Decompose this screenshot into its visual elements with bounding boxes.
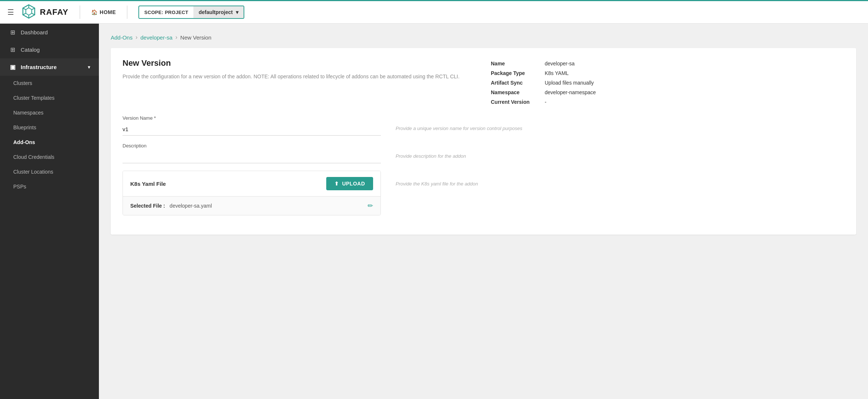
- topnav: ☰ RAFAY 🏠 HOME SCOPE: PROJECT defaultpro…: [0, 0, 868, 24]
- info-label-artifact-sync: Artifact Sync: [491, 80, 539, 86]
- catalog-icon: ⊞: [9, 46, 16, 53]
- sidebar-item-dashboard[interactable]: ⊞ Dashboard: [0, 24, 99, 41]
- svg-marker-1: [26, 8, 32, 15]
- dashboard-icon: ⊞: [9, 29, 16, 36]
- info-value-current-version: -: [545, 99, 547, 105]
- breadcrumb-developer-sa[interactable]: developer-sa: [141, 34, 173, 41]
- info-label-name: Name: [491, 61, 539, 66]
- selected-file-row: Selected File : developer-sa.yaml ✏: [123, 196, 380, 215]
- version-name-input[interactable]: [123, 123, 381, 136]
- breadcrumb-sep-1: ›: [135, 34, 137, 41]
- upload-section-title: K8s Yaml File: [130, 181, 166, 187]
- logo: RAFAY: [21, 4, 69, 20]
- upload-section: K8s Yaml File ⬆ UPLOAD Selected File : d…: [123, 171, 381, 215]
- sidebar-item-cluster-templates[interactable]: Cluster Templates: [0, 91, 99, 105]
- scope-label: SCOPE: PROJECT: [139, 7, 193, 18]
- selected-file-info: Selected File : developer-sa.yaml: [130, 202, 212, 209]
- infrastructure-icon: ▣: [9, 64, 16, 71]
- breadcrumb-sep-2: ›: [175, 34, 177, 41]
- main-content: Add-Ons › developer-sa › New Version New…: [99, 24, 868, 399]
- selected-file-label: Selected File :: [130, 203, 165, 209]
- home-nav[interactable]: 🏠 HOME: [91, 9, 116, 15]
- info-row-name: Name developer-sa: [491, 61, 844, 66]
- chevron-down-icon: ▾: [88, 65, 90, 70]
- info-value-namespace: developer-namespace: [545, 89, 596, 95]
- info-row-namespace: Namespace developer-namespace: [491, 89, 844, 95]
- info-row-package-type: Package Type K8s YAML: [491, 70, 844, 76]
- breadcrumb: Add-Ons › developer-sa › New Version: [111, 34, 856, 41]
- home-icon: 🏠: [91, 9, 98, 15]
- version-name-hint: Provide a unique version name for versio…: [396, 115, 844, 131]
- card-title: New Version: [123, 58, 476, 68]
- upload-col: K8s Yaml File ⬆ UPLOAD Selected File : d…: [123, 171, 381, 224]
- version-name-row: Version Name * Provide a unique version …: [123, 115, 844, 136]
- sidebar: ⊞ Dashboard ⊞ Catalog ▣ Infrastructure ▾…: [0, 24, 99, 399]
- upload-hint: Provide the K8s yaml file for the addon: [396, 171, 844, 187]
- sidebar-item-cluster-locations[interactable]: Cluster Locations: [0, 164, 99, 179]
- sidebar-item-psps[interactable]: PSPs: [0, 179, 99, 194]
- description-row: Description Provide description for the …: [123, 143, 844, 163]
- card-header-left: New Version Provide the configuration fo…: [123, 58, 476, 105]
- upload-button[interactable]: ⬆ UPLOAD: [326, 177, 373, 190]
- info-row-current-version: Current Version -: [491, 99, 844, 105]
- logo-icon: [21, 4, 36, 20]
- upload-row: K8s Yaml File ⬆ UPLOAD Selected File : d…: [123, 171, 844, 224]
- layout: ⊞ Dashboard ⊞ Catalog ▣ Infrastructure ▾…: [0, 24, 868, 399]
- scope-dropdown[interactable]: defaultproject ▾: [193, 6, 244, 18]
- nav-divider-1: [80, 6, 80, 19]
- info-label-current-version: Current Version: [491, 99, 539, 105]
- sidebar-item-clusters[interactable]: Clusters: [0, 76, 99, 91]
- menu-icon[interactable]: ☰: [7, 8, 14, 17]
- info-table: Name developer-sa Package Type K8s YAML …: [491, 58, 844, 105]
- description-hint: Provide description for the addon: [396, 143, 844, 159]
- card-description: Provide the configuration for a new vers…: [123, 72, 476, 81]
- selected-file-name: developer-sa.yaml: [170, 203, 212, 209]
- info-label-namespace: Namespace: [491, 89, 539, 95]
- breadcrumb-addons[interactable]: Add-Ons: [111, 34, 132, 41]
- info-value-name: developer-sa: [545, 61, 575, 66]
- version-name-field: Version Name *: [123, 115, 381, 136]
- info-row-artifact-sync: Artifact Sync Upload files manually: [491, 80, 844, 86]
- card-header-right: Name developer-sa Package Type K8s YAML …: [491, 58, 844, 105]
- sidebar-item-catalog[interactable]: ⊞ Catalog: [0, 41, 99, 58]
- edit-icon[interactable]: ✏: [368, 202, 373, 210]
- description-field: Description: [123, 143, 381, 163]
- chevron-down-icon: ▾: [236, 9, 238, 15]
- logo-text: RAFAY: [40, 7, 69, 17]
- description-input[interactable]: [123, 151, 381, 163]
- upload-header: K8s Yaml File ⬆ UPLOAD: [123, 171, 380, 196]
- main-card: New Version Provide the configuration fo…: [111, 48, 856, 235]
- sidebar-item-cloud-credentials[interactable]: Cloud Credentials: [0, 150, 99, 164]
- version-name-label: Version Name *: [123, 115, 381, 121]
- info-value-package-type: K8s YAML: [545, 70, 569, 76]
- card-header: New Version Provide the configuration fo…: [123, 58, 844, 105]
- scope-project-value: defaultproject: [199, 9, 233, 15]
- description-label: Description: [123, 143, 381, 149]
- sidebar-item-add-ons[interactable]: Add-Ons: [0, 135, 99, 150]
- upload-icon: ⬆: [334, 181, 339, 187]
- sidebar-item-infrastructure[interactable]: ▣ Infrastructure ▾: [0, 58, 99, 76]
- info-label-package-type: Package Type: [491, 70, 539, 76]
- breadcrumb-new-version: New Version: [180, 34, 211, 41]
- info-value-artifact-sync: Upload files manually: [545, 80, 594, 86]
- sidebar-item-namespaces[interactable]: Namespaces: [0, 105, 99, 120]
- scope-selector[interactable]: SCOPE: PROJECT defaultproject ▾: [138, 6, 244, 19]
- nav-divider-2: [127, 6, 127, 19]
- sidebar-item-blueprints[interactable]: Blueprints: [0, 120, 99, 135]
